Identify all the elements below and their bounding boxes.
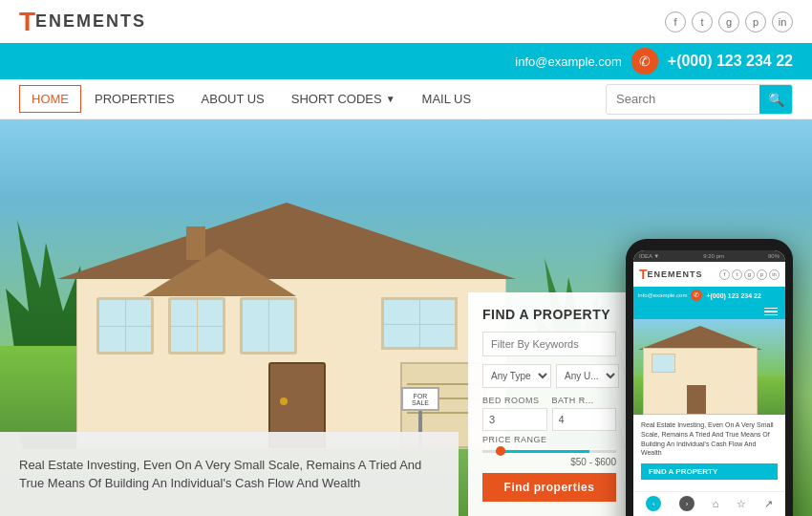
mobile-phone: IDEA ▼ 9:20 pm 90% T ENEMENTS f t g p in <box>626 239 793 516</box>
phone-logo-t: T <box>639 267 648 282</box>
phone-social: f t g p in <box>719 269 780 280</box>
social-icons: f t g p in <box>665 11 793 32</box>
phone-find-btn[interactable]: FIND A PROPERTY <box>641 463 778 480</box>
house-body <box>76 277 506 449</box>
phone-screen: IDEA ▼ 9:20 pm 90% T ENEMENTS f t g p in <box>633 250 785 516</box>
logo[interactable]: T ENEMENTS <box>19 9 146 35</box>
phone-nav-bookmark[interactable]: ☆ <box>737 498 746 510</box>
bathrooms-input[interactable] <box>552 408 617 431</box>
nav-mail[interactable]: MAIL US <box>409 84 485 114</box>
fp-selects: Any Type Any U... <box>482 364 616 388</box>
window-center <box>168 297 225 355</box>
phone-top-bar: T ENEMENTS f t g p in <box>633 262 785 287</box>
linkedin-icon[interactable]: in <box>772 11 793 32</box>
nav-about[interactable]: ABOUT US <box>188 84 278 114</box>
hamburger-icon[interactable] <box>764 308 778 316</box>
phone-status-bar: IDEA ▼ 9:20 pm 90% <box>633 250 785 262</box>
bedrooms-group: BED ROOMS <box>482 396 547 431</box>
keyword-input[interactable] <box>482 332 616 356</box>
location-select[interactable]: Any U... <box>556 364 619 388</box>
phone-nav-share[interactable]: ↗ <box>764 498 773 510</box>
nav-bar: HOME PROPERTIES ABOUT US SHORT CODES ▼ M… <box>0 79 812 119</box>
phone-text: Real Estate Investing, Even On A Very Sm… <box>641 420 778 458</box>
window-left <box>96 297 154 355</box>
window-right <box>381 297 458 350</box>
logo-t-letter: T <box>19 9 35 35</box>
house-roof-2 <box>143 248 296 296</box>
price-label: PRICE RANGE <box>482 435 616 444</box>
phone-icon: ✆ <box>631 48 658 75</box>
lawn-sign-board: FORSALE <box>401 387 439 411</box>
phone-battery: 90% <box>768 253 780 259</box>
nav-links: HOME PROPERTIES ABOUT US SHORT CODES ▼ M… <box>19 84 606 114</box>
bathrooms-group: BATH R... <box>552 396 617 431</box>
phone-gp-icon[interactable]: g <box>744 269 755 280</box>
phone-menu-bar <box>633 304 785 319</box>
phone-nav-forward[interactable]: › <box>679 496 694 511</box>
phone-pt-icon[interactable]: p <box>757 269 767 280</box>
phone-window <box>652 354 675 373</box>
search-input[interactable] <box>607 87 759 111</box>
phone-phone-number: +(000) 123 234 22 <box>706 292 760 299</box>
phone-bottom-nav: ‹ › ⌂ ☆ ↗ <box>633 491 785 515</box>
price-value: $50 - $600 <box>482 457 616 467</box>
fp-rooms: BED ROOMS BATH R... <box>482 396 616 431</box>
hero-section: FORSALE Real Estate Investing, Even On A… <box>0 119 812 516</box>
pinterest-icon[interactable]: p <box>745 11 766 32</box>
price-slider[interactable] <box>482 450 616 453</box>
bathrooms-label: BATH R... <box>552 396 617 405</box>
phone-logo: T ENEMENTS <box>639 267 703 282</box>
phone-nav-home-icon[interactable]: ⌂ <box>713 498 719 509</box>
window-arched <box>240 297 297 355</box>
phone-tw-icon[interactable]: t <box>732 269 742 280</box>
phone-fb-icon[interactable]: f <box>719 269 730 280</box>
chimney <box>186 226 205 260</box>
phone-contact-bar: info@example.com ✆ +(000) 123 234 22 <box>633 287 785 304</box>
phone-email: info@example.com <box>638 292 687 298</box>
search-box: 🔍 <box>606 84 793 115</box>
dropdown-arrow: ▼ <box>386 94 395 104</box>
phone-phone-icon: ✆ <box>691 290 702 301</box>
search-button[interactable]: 🔍 <box>759 85 792 114</box>
find-properties-button[interactable]: Find properties <box>482 473 616 502</box>
contact-bar: info@example.com ✆ +(000) 123 234 22 <box>0 43 812 79</box>
facebook-icon[interactable]: f <box>665 11 686 32</box>
phone-roof <box>638 326 762 350</box>
google-plus-icon[interactable]: g <box>718 11 739 32</box>
phone-nav-back[interactable]: ‹ <box>646 496 661 511</box>
nav-properties[interactable]: PROPERTIES <box>81 84 188 114</box>
nav-short-codes[interactable]: SHORT CODES ▼ <box>278 84 409 114</box>
nav-home[interactable]: HOME <box>19 85 81 113</box>
phone-house <box>643 348 758 415</box>
logo-rest: ENEMENTS <box>35 11 146 32</box>
phone-li-icon[interactable]: in <box>769 269 780 280</box>
price-range-group: PRICE RANGE $50 - $600 <box>482 435 616 467</box>
phone-logo-rest: ENEMENTS <box>648 269 703 279</box>
contact-email: info@example.com <box>515 54 621 69</box>
phone-time: 9:20 pm <box>703 253 724 259</box>
find-property-card: FIND A PROPERTY Any Type Any U... BED RO… <box>468 292 630 516</box>
phone-content: Real Estate Investing, Even On A Very Sm… <box>633 415 785 491</box>
find-property-title: FIND A PROPERTY <box>482 307 616 322</box>
slider-fill <box>496 450 589 453</box>
hero-text: Real Estate Investing, Even On A Very Sm… <box>19 456 439 493</box>
hero-bottom-text: Real Estate Investing, Even On A Very Sm… <box>0 432 459 516</box>
slider-thumb[interactable] <box>496 446 505 456</box>
phone-door <box>687 385 706 414</box>
type-select[interactable]: Any Type <box>482 364 551 388</box>
twitter-icon[interactable]: t <box>692 11 713 32</box>
bedrooms-label: BED ROOMS <box>482 396 547 405</box>
top-bar: T ENEMENTS f t g p in <box>0 0 812 43</box>
bedrooms-input[interactable] <box>482 408 547 431</box>
phone-carrier: IDEA ▼ <box>639 253 659 259</box>
contact-phone: +(000) 123 234 22 <box>668 53 793 70</box>
phone-hero-image <box>633 319 785 415</box>
